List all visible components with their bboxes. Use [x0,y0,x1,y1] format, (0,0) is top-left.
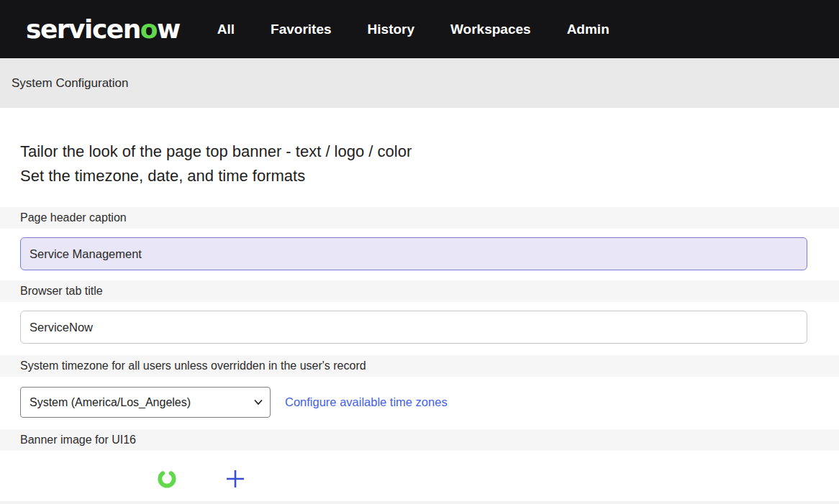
nav-item-favorites[interactable]: Favorites [271,22,331,37]
nav-item-history[interactable]: History [368,22,414,37]
banner-image-icons-row [155,462,839,495]
breadcrumb-bar: System Configuration [0,58,839,108]
nav-item-all[interactable]: All [217,22,235,37]
breadcrumb[interactable]: System Configuration [12,76,129,91]
configure-time-zones-link[interactable]: Configure available time zones [285,395,448,409]
system-timezone-label: System timezone for all users unless ove… [0,355,839,377]
logo-green-letter: o [140,14,157,44]
next-row-edge [0,501,839,504]
timezone-row: System (America/Los_Angeles) Configure a… [20,387,839,418]
nav-item-admin[interactable]: Admin [567,22,609,37]
banner-image-thumbnail[interactable] [155,467,178,490]
intro-text: Tailor the look of the page top banner -… [20,139,839,188]
page-header-caption-field-wrap [20,237,807,270]
timezone-select-wrap: System (America/Los_Angeles) [20,387,271,418]
browser-tab-title-input[interactable] [20,311,807,344]
servicenow-logo[interactable]: servicenow [26,14,180,44]
intro-line-2: Set the timezone, date, and time formats [20,164,839,188]
logo-text-part2: w [157,14,180,44]
main-content: Tailor the look of the page top banner -… [0,139,839,495]
servicenow-mark-icon [155,467,178,490]
intro-line-1: Tailor the look of the page top banner -… [20,139,839,164]
top-header: servicenow All Favorites History Workspa… [0,0,839,58]
banner-image-label: Banner image for UI16 [0,429,839,451]
logo-text-part1: servicen [26,14,140,44]
page-header-caption-label: Page header caption [0,207,839,229]
add-banner-image-button[interactable] [225,468,246,490]
nav-item-workspaces[interactable]: Workspaces [450,22,531,37]
page-header-caption-input[interactable] [20,237,807,270]
browser-tab-title-field-wrap [20,311,807,344]
main-nav: All Favorites History Workspaces Admin [217,22,609,37]
timezone-select[interactable]: System (America/Los_Angeles) [20,387,271,418]
plus-icon [225,468,246,490]
browser-tab-title-label: Browser tab title [0,280,839,302]
